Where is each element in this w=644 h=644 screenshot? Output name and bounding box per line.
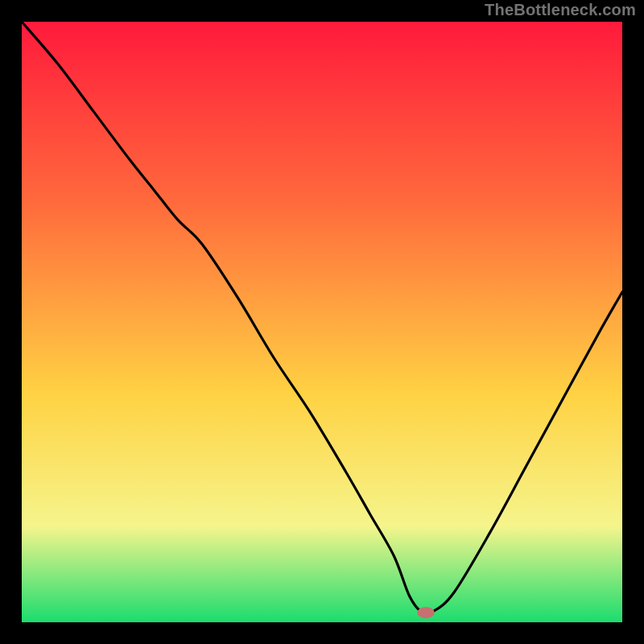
optimum-marker xyxy=(417,607,435,618)
plot-background xyxy=(22,22,622,622)
watermark-text: TheBottleneck.com xyxy=(485,1,636,19)
chart-svg xyxy=(0,0,644,644)
chart-container: { "watermark": "TheBottleneck.com", "col… xyxy=(0,0,644,644)
